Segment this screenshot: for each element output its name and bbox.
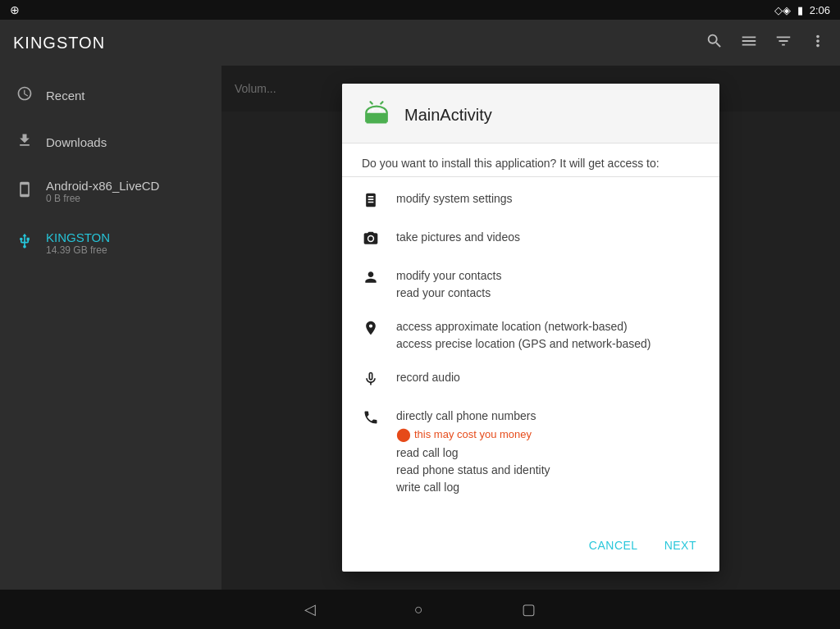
svg-rect-1 <box>366 121 387 124</box>
phone-icon <box>16 181 33 202</box>
camera-text: take pictures and videos <box>396 229 520 246</box>
svg-point-3 <box>379 109 381 111</box>
system-settings-icon <box>362 192 380 212</box>
home-button[interactable]: ○ <box>414 601 423 618</box>
location-text: access approximate location (network-bas… <box>396 318 651 353</box>
android-icon <box>362 100 391 130</box>
dialog-title: MainActivity <box>404 106 492 125</box>
dialog-subtitle: Do you want to install this application?… <box>342 144 719 176</box>
location-icon <box>362 320 380 340</box>
sidebar-item-recent[interactable]: Recent <box>0 72 221 119</box>
sidebar-item-downloads[interactable]: Downloads <box>0 119 221 166</box>
app-bar-title: KINGSTON <box>13 34 105 52</box>
search-icon[interactable] <box>705 32 724 54</box>
more-options-icon[interactable] <box>809 32 827 54</box>
sidebar: Recent Downloads Android-x86_LiveCD 0 B … <box>0 66 221 590</box>
kingston-label: KINGSTON <box>46 230 110 244</box>
dialog-header: MainActivity <box>342 84 719 144</box>
permission-system-settings: modify system settings <box>362 190 700 212</box>
app-bar: KINGSTON <box>0 20 840 66</box>
main-content: Recent Downloads Android-x86_LiveCD 0 B … <box>0 66 840 590</box>
content-area: Volum... MainActivity <box>221 66 840 590</box>
android-x86-content: Android-x86_LiveCD 0 B free <box>46 179 159 204</box>
status-bar-right: ◇◈ ▮ 2:06 <box>774 4 830 16</box>
recent-label: Recent <box>46 89 85 103</box>
modal-overlay: MainActivity Do you want to install this… <box>221 66 840 590</box>
svg-point-2 <box>372 109 373 111</box>
app-bar-actions <box>705 32 827 54</box>
status-bar-left: ⊕ <box>10 3 20 16</box>
kingston-sublabel: 14.39 GB free <box>46 244 110 256</box>
phone-text: directly call phone numbers ⬤ this may c… <box>396 408 550 496</box>
usb-icon <box>16 233 33 253</box>
list-icon[interactable] <box>740 32 758 54</box>
phone-call-icon <box>362 409 380 430</box>
svg-rect-0 <box>366 113 387 121</box>
filter-icon[interactable] <box>774 32 792 54</box>
cancel-button[interactable]: CANCEL <box>579 532 648 558</box>
permission-phone: directly call phone numbers ⬤ this may c… <box>362 408 700 496</box>
dialog-divider <box>342 176 719 177</box>
contacts-text: modify your contacts read your contacts <box>396 267 501 302</box>
permission-contacts: modify your contacts read your contacts <box>362 267 700 302</box>
bottom-nav: ◁ ○ ▢ <box>0 590 840 629</box>
permission-audio: record audio <box>362 369 700 391</box>
android-x86-sublabel: 0 B free <box>46 193 159 204</box>
permissions-list: modify system settings take pictures and… <box>342 184 719 526</box>
camera-icon <box>362 230 380 251</box>
android-x86-label: Android-x86_LiveCD <box>46 179 159 193</box>
clock-icon <box>16 85 33 106</box>
sidebar-item-kingston[interactable]: KINGSTON 14.39 GB free <box>0 217 221 269</box>
sidebar-item-android-x86[interactable]: Android-x86_LiveCD 0 B free <box>0 166 221 217</box>
battery-icon: ▮ <box>797 4 803 16</box>
signal-icon: ◇◈ <box>774 4 791 16</box>
permission-camera: take pictures and videos <box>362 229 700 251</box>
time-display: 2:06 <box>810 4 830 16</box>
permission-location: access approximate location (network-bas… <box>362 318 700 353</box>
recents-button[interactable]: ▢ <box>522 600 536 618</box>
status-bar: ⊕ ◇◈ ▮ 2:06 <box>0 0 840 20</box>
audio-text: record audio <box>396 369 460 386</box>
next-button[interactable]: NEXT <box>655 532 706 558</box>
cost-warning: ⬤ this may cost you money <box>396 425 550 444</box>
downloads-label: Downloads <box>46 135 107 149</box>
download-icon <box>16 132 33 153</box>
contacts-icon <box>362 269 380 289</box>
system-settings-text: modify system settings <box>396 190 513 207</box>
install-dialog: MainActivity Do you want to install this… <box>342 84 719 572</box>
microphone-icon <box>362 371 380 391</box>
dialog-actions: CANCEL NEXT <box>342 526 719 572</box>
usb-status-icon: ⊕ <box>10 3 20 16</box>
back-button[interactable]: ◁ <box>304 600 316 618</box>
kingston-content: KINGSTON 14.39 GB free <box>46 230 110 256</box>
